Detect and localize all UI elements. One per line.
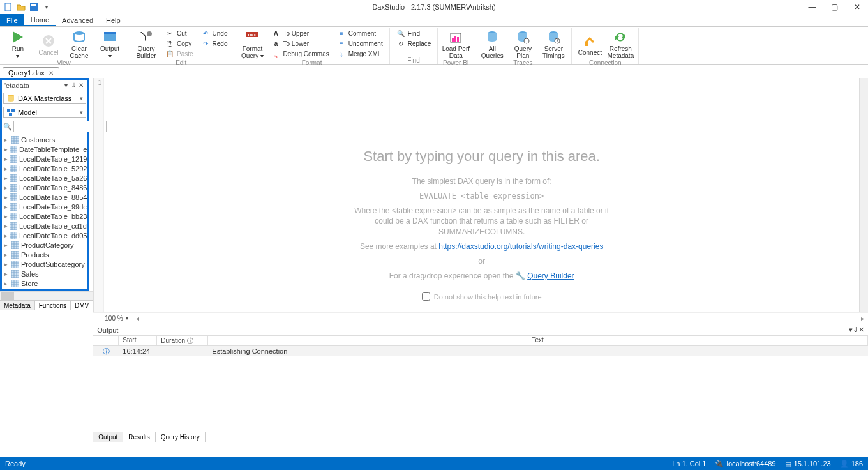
document-tab[interactable]: Query1.dax ✕ bbox=[3, 67, 59, 78]
load-perf-button[interactable]: Load Perf Data bbox=[442, 28, 470, 59]
tree-item[interactable]: ▸Store bbox=[2, 278, 87, 288]
expand-icon[interactable]: ▸ bbox=[4, 137, 10, 143]
merge-xml-button[interactable]: ⤵Merge XML bbox=[334, 49, 385, 59]
to-lower-button[interactable]: aTo Lower bbox=[269, 38, 331, 49]
pane-close-icon[interactable]: ✕ bbox=[77, 82, 85, 89]
hide-help-checkbox[interactable] bbox=[422, 292, 430, 301]
output-col-duration[interactable]: Duration ⓘ bbox=[157, 336, 208, 345]
replace-button[interactable]: ↻Replace bbox=[394, 38, 434, 49]
find-button[interactable]: 🔍Find bbox=[394, 28, 434, 38]
tree-item[interactable]: ▸Sales bbox=[2, 269, 87, 278]
metadata-tree[interactable]: ▸Customers▸DateTableTemplate_eb9ad…▸Loca… bbox=[2, 133, 87, 289]
tree-item[interactable]: ▸Products bbox=[2, 250, 87, 259]
output-body bbox=[93, 356, 868, 432]
copy-button[interactable]: ⿻Copy bbox=[163, 38, 196, 49]
menu-home[interactable]: Home bbox=[24, 14, 56, 26]
menu-help[interactable]: Help bbox=[100, 14, 127, 26]
tree-item[interactable]: ▸ProductCategory bbox=[2, 240, 87, 250]
output-pin-icon[interactable]: ⇓ bbox=[853, 326, 858, 334]
close-tab-icon[interactable]: ✕ bbox=[49, 70, 54, 77]
tree-item[interactable]: ▸LocalDateTable_8486a3ba- bbox=[2, 183, 87, 192]
clear-cache-button[interactable]: Clear Cache bbox=[65, 28, 93, 59]
tree-item[interactable]: ▸DateTableTemplate_eb9ad… bbox=[2, 144, 87, 154]
all-queries-button[interactable]: All Queries bbox=[478, 28, 506, 59]
qat-new-icon[interactable] bbox=[3, 1, 14, 13]
editor-vscroll[interactable] bbox=[859, 78, 868, 312]
tree-item-label: LocalDateTable_88541323- bbox=[19, 193, 87, 201]
expand-icon[interactable]: ▸ bbox=[4, 252, 10, 258]
tree-item[interactable]: ▸LocalDateTable_5a26c83d- bbox=[2, 173, 87, 183]
expand-icon[interactable]: ▸ bbox=[4, 261, 10, 268]
expand-icon[interactable]: ▸ bbox=[4, 175, 8, 181]
expand-icon[interactable]: ▸ bbox=[4, 165, 8, 172]
tab-dmv[interactable]: DMV bbox=[71, 301, 93, 310]
zoom-dropdown-icon[interactable]: ▾ bbox=[126, 315, 128, 321]
menu-file[interactable]: File bbox=[0, 14, 24, 26]
redo-button[interactable]: ↷Redo bbox=[198, 38, 230, 49]
maximize-button[interactable]: ▢ bbox=[823, 0, 846, 14]
database-selector[interactable]: DAX Masterclass ▾ bbox=[3, 93, 86, 104]
minimize-button[interactable]: — bbox=[801, 0, 823, 14]
expand-icon[interactable]: ▸ bbox=[4, 194, 8, 201]
editor-examples-link[interactable]: https://daxstudio.org/tutorials/writing-… bbox=[438, 242, 603, 251]
output-col-text[interactable]: Text bbox=[208, 336, 868, 345]
tab-output[interactable]: Output bbox=[93, 432, 123, 442]
expand-icon[interactable]: ▸ bbox=[4, 156, 8, 162]
expand-icon[interactable]: ▸ bbox=[4, 185, 8, 191]
tab-metadata[interactable]: Metadata bbox=[0, 301, 35, 310]
undo-button[interactable]: ↶Undo bbox=[198, 28, 230, 38]
tree-item[interactable]: ▸LocalDateTable_1219d1cc- bbox=[2, 154, 87, 163]
refresh-metadata-button[interactable]: Refresh Metadata bbox=[606, 28, 634, 59]
comment-button[interactable]: ≡Comment bbox=[334, 28, 385, 38]
hscroll-right-icon[interactable]: ▸ bbox=[861, 315, 864, 322]
tab-functions[interactable]: Functions bbox=[35, 301, 71, 310]
tree-item[interactable]: ▸LocalDateTable_cd1d39e7- bbox=[2, 221, 87, 231]
tree-item[interactable]: ▸LocalDateTable_dd05ea64- bbox=[2, 231, 87, 240]
pane-dropdown-icon[interactable]: ▾ bbox=[62, 82, 70, 89]
sidebar-hscroll[interactable] bbox=[0, 291, 93, 300]
pane-pin-icon[interactable]: ⇓ bbox=[70, 82, 77, 89]
output-button[interactable]: Output▾ bbox=[96, 28, 124, 59]
close-button[interactable]: ✕ bbox=[846, 0, 868, 14]
to-upper-button[interactable]: ATo Upper bbox=[269, 28, 331, 38]
tree-item[interactable]: ▸LocalDateTable_bb239d15- bbox=[2, 211, 87, 221]
output-row[interactable]: ⓘ 16:14:24 Establishing Connection bbox=[93, 346, 868, 356]
expand-icon[interactable]: ▸ bbox=[4, 280, 10, 287]
expand-icon[interactable]: ▸ bbox=[4, 146, 8, 153]
expand-icon[interactable]: ▸ bbox=[4, 223, 8, 229]
table-icon bbox=[11, 270, 19, 278]
expand-icon[interactable]: ▸ bbox=[4, 213, 8, 220]
expand-icon[interactable]: ▸ bbox=[4, 271, 10, 277]
tab-results[interactable]: Results bbox=[123, 432, 155, 442]
run-button[interactable]: Run▾ bbox=[4, 28, 32, 59]
debug-commas-button[interactable]: ,¸Debug Commas bbox=[269, 49, 331, 59]
cut-button[interactable]: ✂Cut bbox=[163, 28, 196, 38]
table-icon bbox=[10, 155, 17, 163]
tree-item[interactable]: ▸LocalDateTable_99dcf787- bbox=[2, 202, 87, 211]
qat-dropdown-icon[interactable]: ▾ bbox=[41, 1, 52, 13]
expand-icon[interactable]: ▸ bbox=[4, 204, 8, 210]
qat-save-icon[interactable] bbox=[28, 1, 40, 13]
output-close-icon[interactable]: ✕ bbox=[858, 326, 864, 334]
hscroll-left-icon[interactable]: ◂ bbox=[136, 315, 139, 322]
metadata-search-input[interactable] bbox=[13, 121, 107, 132]
tree-item[interactable]: ▸LocalDateTable_88541323- bbox=[2, 192, 87, 202]
expand-icon[interactable]: ▸ bbox=[4, 232, 8, 239]
output-col-start[interactable]: Start bbox=[119, 336, 157, 345]
editor-qb-link[interactable]: Query Builder bbox=[527, 271, 574, 280]
menu-advanced[interactable]: Advanced bbox=[56, 14, 100, 26]
tab-query-history[interactable]: Query History bbox=[156, 432, 206, 442]
server-timings-button[interactable]: Server Timings bbox=[539, 28, 567, 59]
uncomment-button[interactable]: ≡Uncomment bbox=[334, 38, 385, 49]
expand-icon[interactable]: ▸ bbox=[4, 242, 10, 248]
tree-item[interactable]: ▸ProductSubcategory bbox=[2, 259, 87, 269]
tree-item[interactable]: ▸Customers bbox=[2, 135, 87, 144]
tree-item[interactable]: ▸LocalDateTable_52924115- bbox=[2, 163, 87, 173]
model-selector[interactable]: Model ▾ bbox=[3, 107, 86, 118]
editor-body[interactable]: Start by typing your query in this area.… bbox=[104, 78, 859, 312]
qat-open-icon[interactable] bbox=[15, 1, 27, 13]
query-builder-button[interactable]: Query Builder bbox=[132, 28, 160, 59]
query-plan-button[interactable]: Query Plan bbox=[509, 28, 537, 59]
connect-button[interactable]: Connect bbox=[576, 28, 604, 59]
format-query-button[interactable]: DAX Format Query ▾ bbox=[238, 28, 266, 59]
